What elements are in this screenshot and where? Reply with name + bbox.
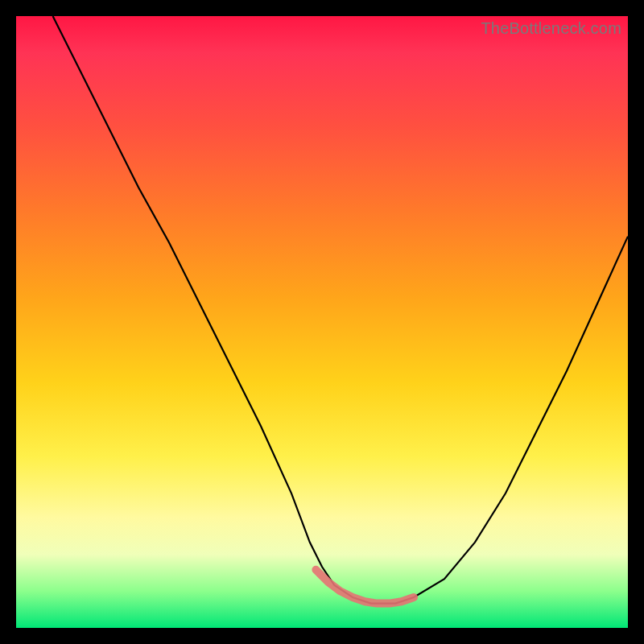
trough-highlight <box>316 570 414 604</box>
chart-frame: TheBottleneck.com <box>16 16 628 628</box>
main-curve <box>53 16 628 604</box>
chart-svg <box>16 16 628 628</box>
watermark-text: TheBottleneck.com <box>481 19 621 38</box>
